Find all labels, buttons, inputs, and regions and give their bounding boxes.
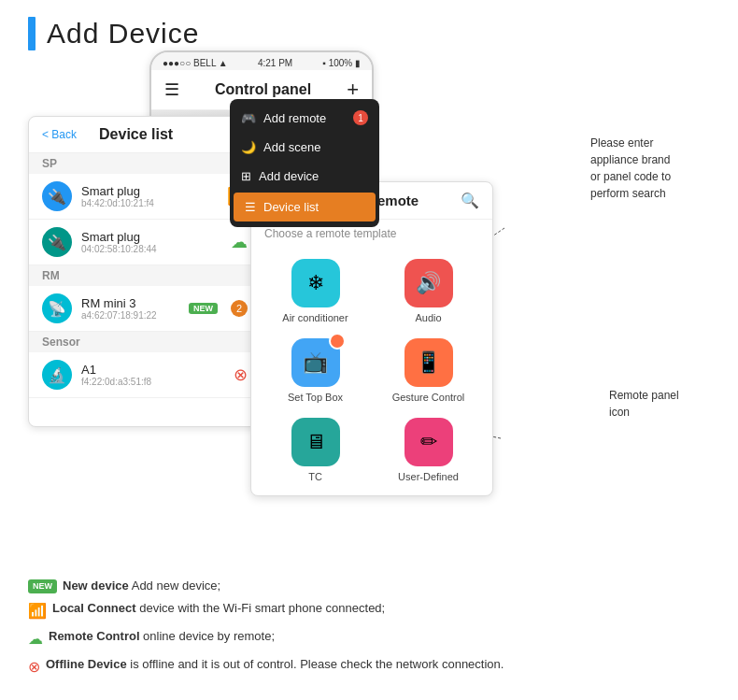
dropdown-menu: 🎮 Add remote 1 🌙 Add scene ⊞ Add device … [230,99,379,227]
device-mac-sp1: b4:42:0d:10:21:f4 [81,198,218,208]
device-row-a1[interactable]: 🔬 A1 f4:22:0d:a3:51:f8 ⊗ [29,352,261,398]
legend-offline-icon: ⊗ [28,656,40,679]
device-list-panel: < Back Device list SP 🔌 Smart plug b4:42… [28,116,262,427]
add-remote-icon: 🎮 [241,111,256,125]
remote-panel-badge [329,333,346,350]
device-icon-a1: 🔬 [42,360,72,390]
carrier: ●●●○○ BELL ▲ [163,58,228,68]
device-row-sp2[interactable]: 🔌 Smart plug 04:02:58:10:28:44 ☁ [29,220,261,265]
main-content: < Back Device list SP 🔌 Smart plug b4:42… [0,60,738,583]
device-icon-rm1: 📡 [42,293,72,323]
device-info-rm1: RM mini 3 a4:62:07:18:91:22 [81,296,179,321]
back-button[interactable]: < Back [42,128,77,141]
remote-item-gesture[interactable]: 📱 Gesture Control [372,329,485,408]
add-remote-label: Add remote [263,111,326,125]
dropdown-add-device[interactable]: ⊞ Add device [230,162,379,191]
legend-wifi-icon: 📶 [28,600,47,622]
page-title: Add Device [47,18,199,50]
legend-row-wifi: 📶 Local Connect device with the Wi-Fi sm… [28,599,710,622]
stb-icon: 📺 [291,338,340,387]
remote-grid: ❄ Air conditioner 🔊 Audio 📺 Set Top Box … [251,246,492,495]
new-badge-rm1: NEW [189,303,218,314]
device-name-a1: A1 [81,363,224,377]
device-list-title: Device list [99,126,173,143]
remote-item-user-defined[interactable]: ✏ User-Defined [372,408,485,488]
legend-row-new: NEW New device Add new device; [28,577,710,595]
search-icon[interactable]: 🔍 [461,192,479,209]
audio-icon: 🔊 [404,259,453,307]
search-hint-annotation: Please enterappliance brandor panel code… [590,135,721,202]
ac-icon: ❄ [291,259,340,307]
legend-new-badge: NEW [28,579,57,594]
remote-item-audio[interactable]: 🔊 Audio [372,250,485,329]
dropdown-add-scene[interactable]: 🌙 Add scene [230,133,379,162]
battery: ▪ 100% ▮ [322,58,361,68]
time: 4:21 PM [258,58,292,68]
dropdown-device-list[interactable]: ☰ Device list [234,193,376,221]
device-name-rm1: RM mini 3 [81,296,179,310]
device-name-sp2: Smart plug [81,230,221,244]
add-device-label: Add device [259,169,319,183]
device-mac-sp2: 04:02:58:10:28:44 [81,244,221,254]
user-defined-icon: ✏ [404,418,453,466]
hamburger-icon[interactable]: ☰ [164,79,179,100]
step-badge-2: 2 [231,300,248,317]
add-scene-label: Add scene [263,140,320,154]
remote-item-tc[interactable]: 🖥 TC [259,408,372,488]
tc-icon: 🖥 [291,418,340,466]
legend: NEW New device Add new device; 📶 Local C… [28,577,710,684]
remote-item-stb[interactable]: 📺 Set Top Box [259,329,372,408]
legend-offline-bold: Offline Device [46,657,127,671]
device-row-rm1[interactable]: 📡 RM mini 3 a4:62:07:18:91:22 NEW 2 [29,286,261,332]
device-mac-a1: f4:22:0d:a3:51:f8 [81,377,224,387]
status-cloud-sp2: ☁ [231,232,248,252]
add-scene-icon: 🌙 [241,140,256,154]
user-defined-label: User-Defined [398,471,459,482]
device-mac-rm1: a4:62:07:18:91:22 [81,310,179,321]
panel-header: < Back Device list [29,117,261,153]
audio-label: Audio [415,312,441,323]
status-offline-a1: ⊗ [234,364,248,385]
device-info-sp1: Smart plug b4:42:0d:10:21:f4 [81,184,218,208]
legend-row-cloud: ☁ Remote Control online device by remote… [28,627,710,650]
dropdown-add-remote[interactable]: 🎮 Add remote 1 [230,103,379,133]
panel-bottom-spacer [29,398,261,426]
section-rm: RM [29,265,261,286]
control-panel-title: Control panel [215,81,311,98]
section-sp: SP [29,153,261,174]
section-sensor: Sensor [29,332,261,352]
remote-panel-icon-annotation: Remote panelicon [609,387,721,421]
device-list-icon: ☰ [245,200,256,214]
status-bar: ●●●○○ BELL ▲ 4:21 PM ▪ 100% ▮ [151,52,372,70]
device-name-sp1: Smart plug [81,184,218,198]
device-info-a1: A1 f4:22:0d:a3:51:f8 [81,363,224,387]
stb-label: Set Top Box [288,392,343,403]
legend-row-offline: ⊗ Offline Device is offline and it is ou… [28,655,710,679]
legend-cloud-bold: Remote Control [49,629,140,643]
ac-label: Air conditioner [282,312,348,323]
gesture-label: Gesture Control [392,392,465,403]
page-title-area: Add Device [0,0,738,60]
remote-item-ac[interactable]: ❄ Air conditioner [259,250,372,329]
step-badge-1: 1 [353,110,368,125]
add-remote-panel: < Back Add remote 🔍 Choose a remote temp… [250,181,493,496]
add-device-icon: ⊞ [241,169,251,183]
legend-cloud-icon: ☁ [28,628,43,650]
device-info-sp2: Smart plug 04:02:58:10:28:44 [81,230,221,254]
device-row-sp1[interactable]: 🔌 Smart plug b4:42:0d:10:21:f4 📶 [29,174,261,220]
title-accent [28,17,35,50]
tc-label: TC [308,471,322,482]
device-icon-sp1: 🔌 [42,181,72,211]
device-icon-sp2: 🔌 [42,227,72,257]
device-list-dropdown-label: Device list [263,200,319,214]
legend-new-bold: New device [63,579,129,593]
legend-wifi-bold: Local Connect [52,601,136,615]
gesture-icon: 📱 [404,338,453,387]
